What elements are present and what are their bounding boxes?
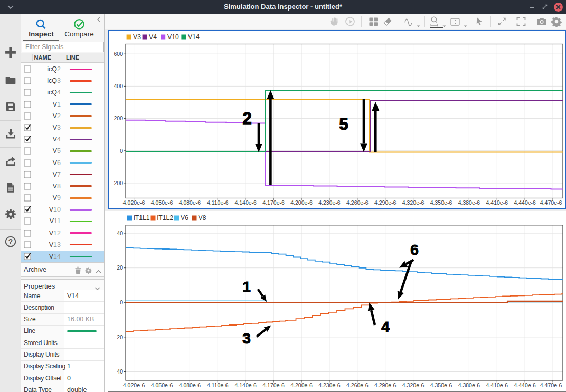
svg-text:0: 0 [120,299,123,305]
svg-text:V6: V6 [181,214,188,222]
svg-text:4.170e-6: 4.170e-6 [262,199,285,206]
svg-text:4.080e-6: 4.080e-6 [179,199,201,206]
svg-text:4.020e-6: 4.020e-6 [123,382,145,388]
svg-text:?: ? [8,238,13,246]
svg-text:4.320e-6: 4.320e-6 [402,199,425,206]
svg-text:-40: -40 [115,368,123,375]
svg-text:4.020e-6: 4.020e-6 [123,199,145,206]
svg-text:5: 5 [339,115,348,133]
svg-text:4.350e-6: 4.350e-6 [430,199,452,206]
svg-text:4.200e-6: 4.200e-6 [290,382,313,388]
svg-text:4: 4 [381,319,390,335]
svg-text:4.320e-6: 4.320e-6 [402,382,425,388]
svg-text:6: 6 [410,242,419,258]
svg-text:4.290e-6: 4.290e-6 [374,199,397,206]
svg-text:V14: V14 [188,33,200,41]
svg-text:4.380e-6: 4.380e-6 [458,382,480,388]
svg-text:4.440e-6: 4.440e-6 [514,382,536,388]
svg-text:V10: V10 [167,33,179,41]
svg-text:4.410e-6: 4.410e-6 [486,199,508,206]
svg-text:V8: V8 [199,214,206,222]
svg-text:-20: -20 [115,334,123,340]
svg-text:4.410e-6: 4.410e-6 [486,382,508,388]
svg-text:4.080e-6: 4.080e-6 [179,382,201,388]
svg-text:40: 40 [117,230,123,236]
svg-text:4.230e-6: 4.230e-6 [318,382,341,388]
svg-text:V4: V4 [149,33,157,41]
svg-text:4.140e-6: 4.140e-6 [234,199,257,206]
svg-text:2: 2 [242,109,251,128]
svg-text:400: 400 [114,83,123,89]
svg-text:20: 20 [117,264,123,271]
svg-text:1: 1 [242,279,251,295]
svg-text:4.200e-6: 4.200e-6 [290,199,313,206]
svg-text:600: 600 [114,51,123,57]
svg-text:4.380e-6: 4.380e-6 [458,199,480,206]
svg-text:4.440e-6: 4.440e-6 [514,199,536,206]
svg-text:200: 200 [114,115,123,121]
svg-text:4.050e-6: 4.050e-6 [151,382,173,388]
svg-text:4.260e-6: 4.260e-6 [346,199,369,206]
svg-text:4.170e-6: 4.170e-6 [262,382,285,388]
svg-text:4.470e-6: 4.470e-6 [540,199,562,206]
svg-text:4.290e-6: 4.290e-6 [374,382,397,388]
svg-text:iT1L1: iT1L1 [134,214,150,222]
svg-text:4.110e-6: 4.110e-6 [207,199,229,206]
svg-text:4.260e-6: 4.260e-6 [346,382,369,388]
svg-text:-200: -200 [112,180,123,186]
svg-text:4.050e-6: 4.050e-6 [151,199,173,206]
svg-text:0: 0 [120,148,123,154]
svg-text:V3: V3 [133,33,141,41]
svg-text:iT1L2: iT1L2 [157,214,174,222]
svg-text:4.140e-6: 4.140e-6 [234,382,257,388]
svg-text:3: 3 [242,330,251,347]
svg-text:4.230e-6: 4.230e-6 [318,199,341,206]
svg-text:4.350e-6: 4.350e-6 [430,382,452,388]
svg-text:4.110e-6: 4.110e-6 [207,382,229,388]
svg-text:4.470e-6: 4.470e-6 [540,382,562,388]
